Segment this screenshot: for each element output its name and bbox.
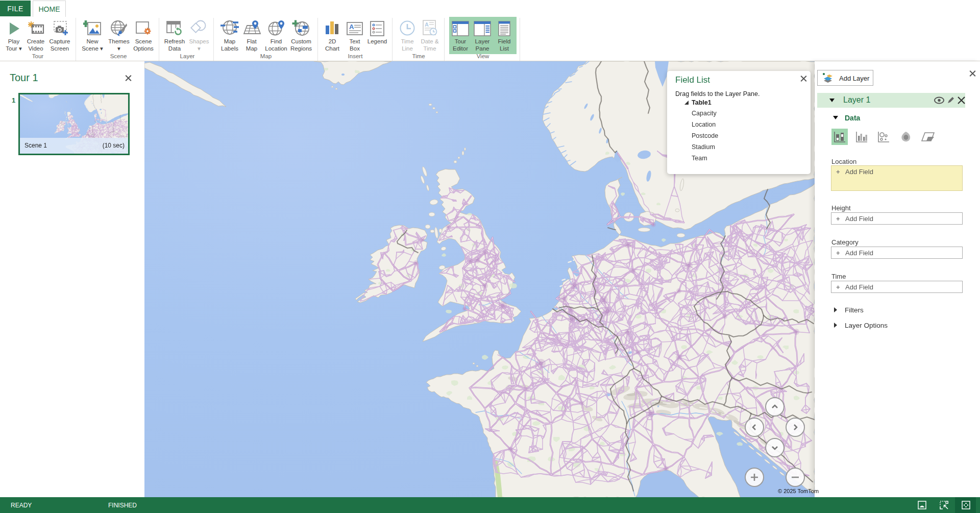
svg-text:A: A — [425, 21, 429, 28]
svg-text:A: A — [349, 23, 354, 31]
